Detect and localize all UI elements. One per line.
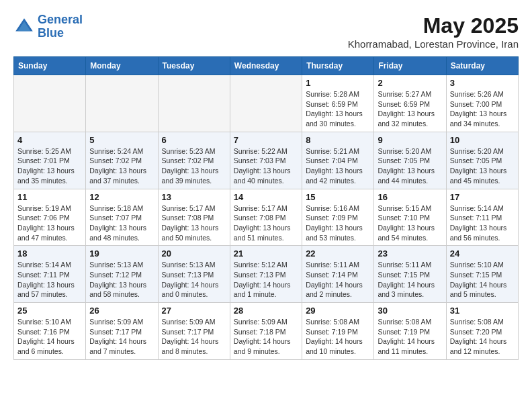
- calendar-day-cell: 30Sunrise: 5:08 AM Sunset: 7:19 PM Dayli…: [374, 303, 446, 360]
- day-info: Sunrise: 5:28 AM Sunset: 6:59 PM Dayligh…: [306, 89, 370, 129]
- day-info: Sunrise: 5:18 AM Sunset: 7:07 PM Dayligh…: [89, 203, 154, 243]
- day-number: 11: [17, 192, 82, 202]
- day-info: Sunrise: 5:22 AM Sunset: 7:03 PM Dayligh…: [234, 146, 298, 186]
- calendar-day-cell: 10Sunrise: 5:20 AM Sunset: 7:05 PM Dayli…: [446, 132, 518, 189]
- calendar-day-cell: 4Sunrise: 5:25 AM Sunset: 7:01 PM Daylig…: [14, 132, 86, 189]
- calendar-week-2: 4Sunrise: 5:25 AM Sunset: 7:01 PM Daylig…: [14, 132, 519, 189]
- logo-line1: General: [38, 13, 83, 26]
- day-number: 7: [234, 135, 298, 145]
- day-number: 26: [89, 306, 154, 316]
- day-info: Sunrise: 5:13 AM Sunset: 7:13 PM Dayligh…: [162, 260, 226, 300]
- day-info: Sunrise: 5:10 AM Sunset: 7:15 PM Dayligh…: [450, 260, 515, 300]
- day-number: 10: [450, 135, 515, 145]
- calendar-day-cell: 7Sunrise: 5:22 AM Sunset: 7:03 PM Daylig…: [230, 132, 302, 189]
- day-number: 21: [234, 248, 298, 259]
- day-info: Sunrise: 5:11 AM Sunset: 7:14 PM Dayligh…: [306, 260, 370, 300]
- calendar-day-cell: 16Sunrise: 5:15 AM Sunset: 7:10 PM Dayli…: [374, 189, 446, 246]
- weekday-header-row: SundayMondayTuesdayWednesdayThursdayFrid…: [14, 57, 519, 75]
- day-number: 4: [17, 135, 82, 145]
- day-number: 22: [306, 248, 370, 259]
- calendar-day-cell: 9Sunrise: 5:20 AM Sunset: 7:05 PM Daylig…: [374, 132, 446, 189]
- calendar-day-cell: 5Sunrise: 5:24 AM Sunset: 7:02 PM Daylig…: [86, 132, 158, 189]
- day-info: Sunrise: 5:19 AM Sunset: 7:06 PM Dayligh…: [17, 203, 82, 243]
- calendar-day-cell: 21Sunrise: 5:12 AM Sunset: 7:13 PM Dayli…: [230, 246, 302, 303]
- day-info: Sunrise: 5:25 AM Sunset: 7:01 PM Dayligh…: [17, 146, 82, 186]
- day-number: 17: [450, 192, 515, 202]
- calendar-day-cell: 14Sunrise: 5:17 AM Sunset: 7:08 PM Dayli…: [230, 189, 302, 246]
- day-info: Sunrise: 5:14 AM Sunset: 7:11 PM Dayligh…: [17, 260, 82, 300]
- day-info: Sunrise: 5:24 AM Sunset: 7:02 PM Dayligh…: [89, 146, 154, 186]
- calendar-day-cell: 12Sunrise: 5:18 AM Sunset: 7:07 PM Dayli…: [86, 189, 158, 246]
- day-info: Sunrise: 5:23 AM Sunset: 7:02 PM Dayligh…: [162, 146, 226, 186]
- calendar-day-cell: 22Sunrise: 5:11 AM Sunset: 7:14 PM Dayli…: [302, 246, 374, 303]
- day-number: 24: [450, 248, 515, 259]
- month-title: May 2025: [348, 13, 519, 38]
- logo-line2: Blue: [38, 26, 64, 40]
- day-number: 27: [162, 306, 226, 316]
- day-number: 9: [378, 135, 442, 145]
- day-number: 19: [89, 248, 154, 259]
- calendar-day-cell: [230, 75, 302, 132]
- calendar-day-cell: 1Sunrise: 5:28 AM Sunset: 6:59 PM Daylig…: [302, 75, 374, 132]
- calendar-day-cell: 20Sunrise: 5:13 AM Sunset: 7:13 PM Dayli…: [158, 246, 230, 303]
- day-number: 14: [234, 192, 298, 202]
- calendar-day-cell: 11Sunrise: 5:19 AM Sunset: 7:06 PM Dayli…: [14, 189, 86, 246]
- day-number: 31: [450, 306, 515, 316]
- logo: General Blue: [13, 13, 83, 40]
- calendar-day-cell: 8Sunrise: 5:21 AM Sunset: 7:04 PM Daylig…: [302, 132, 374, 189]
- day-info: Sunrise: 5:17 AM Sunset: 7:08 PM Dayligh…: [234, 203, 298, 243]
- day-info: Sunrise: 5:10 AM Sunset: 7:16 PM Dayligh…: [17, 317, 82, 357]
- calendar-day-cell: 26Sunrise: 5:09 AM Sunset: 7:17 PM Dayli…: [86, 303, 158, 360]
- day-number: 28: [234, 306, 298, 316]
- calendar-day-cell: 2Sunrise: 5:27 AM Sunset: 6:59 PM Daylig…: [374, 75, 446, 132]
- page-header: General Blue May 2025 Khorramabad, Lores…: [13, 13, 519, 50]
- calendar-week-4: 18Sunrise: 5:14 AM Sunset: 7:11 PM Dayli…: [14, 246, 519, 303]
- calendar-day-cell: [86, 75, 158, 132]
- weekday-saturday: Saturday: [446, 57, 518, 75]
- day-number: 25: [17, 306, 82, 316]
- calendar-day-cell: 18Sunrise: 5:14 AM Sunset: 7:11 PM Dayli…: [14, 246, 86, 303]
- day-info: Sunrise: 5:08 AM Sunset: 7:20 PM Dayligh…: [450, 317, 515, 357]
- calendar-day-cell: 31Sunrise: 5:08 AM Sunset: 7:20 PM Dayli…: [446, 303, 518, 360]
- calendar-week-3: 11Sunrise: 5:19 AM Sunset: 7:06 PM Dayli…: [14, 189, 519, 246]
- calendar-day-cell: 6Sunrise: 5:23 AM Sunset: 7:02 PM Daylig…: [158, 132, 230, 189]
- calendar-day-cell: 24Sunrise: 5:10 AM Sunset: 7:15 PM Dayli…: [446, 246, 518, 303]
- calendar-table: SundayMondayTuesdayWednesdayThursdayFrid…: [13, 56, 519, 360]
- day-info: Sunrise: 5:16 AM Sunset: 7:09 PM Dayligh…: [306, 203, 370, 243]
- day-info: Sunrise: 5:27 AM Sunset: 6:59 PM Dayligh…: [378, 89, 442, 129]
- day-info: Sunrise: 5:17 AM Sunset: 7:08 PM Dayligh…: [162, 203, 226, 243]
- title-area: May 2025 Khorramabad, Lorestan Province,…: [348, 13, 519, 50]
- weekday-thursday: Thursday: [302, 57, 374, 75]
- calendar-week-1: 1Sunrise: 5:28 AM Sunset: 6:59 PM Daylig…: [14, 75, 519, 132]
- day-number: 18: [17, 248, 82, 259]
- logo-text: General Blue: [38, 13, 83, 40]
- day-number: 12: [89, 192, 154, 202]
- day-info: Sunrise: 5:08 AM Sunset: 7:19 PM Dayligh…: [306, 317, 370, 357]
- day-info: Sunrise: 5:09 AM Sunset: 7:17 PM Dayligh…: [162, 317, 226, 357]
- day-number: 15: [306, 192, 370, 202]
- weekday-friday: Friday: [374, 57, 446, 75]
- calendar-day-cell: 15Sunrise: 5:16 AM Sunset: 7:09 PM Dayli…: [302, 189, 374, 246]
- day-info: Sunrise: 5:09 AM Sunset: 7:17 PM Dayligh…: [89, 317, 154, 357]
- calendar-day-cell: 19Sunrise: 5:13 AM Sunset: 7:12 PM Dayli…: [86, 246, 158, 303]
- day-number: 16: [378, 192, 442, 202]
- calendar-week-5: 25Sunrise: 5:10 AM Sunset: 7:16 PM Dayli…: [14, 303, 519, 360]
- day-info: Sunrise: 5:20 AM Sunset: 7:05 PM Dayligh…: [450, 146, 515, 186]
- day-info: Sunrise: 5:11 AM Sunset: 7:15 PM Dayligh…: [378, 260, 442, 300]
- day-number: 5: [89, 135, 154, 145]
- day-number: 2: [378, 78, 442, 88]
- calendar-day-cell: [14, 75, 86, 132]
- weekday-wednesday: Wednesday: [230, 57, 302, 75]
- calendar-day-cell: 27Sunrise: 5:09 AM Sunset: 7:17 PM Dayli…: [158, 303, 230, 360]
- day-info: Sunrise: 5:13 AM Sunset: 7:12 PM Dayligh…: [89, 260, 154, 300]
- day-number: 8: [306, 135, 370, 145]
- day-number: 3: [450, 78, 515, 88]
- day-number: 13: [162, 192, 226, 202]
- calendar-day-cell: 23Sunrise: 5:11 AM Sunset: 7:15 PM Dayli…: [374, 246, 446, 303]
- day-number: 1: [306, 78, 370, 88]
- calendar-day-cell: 17Sunrise: 5:14 AM Sunset: 7:11 PM Dayli…: [446, 189, 518, 246]
- calendar-day-cell: 29Sunrise: 5:08 AM Sunset: 7:19 PM Dayli…: [302, 303, 374, 360]
- location-title: Khorramabad, Lorestan Province, Iran: [348, 38, 519, 50]
- day-info: Sunrise: 5:12 AM Sunset: 7:13 PM Dayligh…: [234, 260, 298, 300]
- day-info: Sunrise: 5:21 AM Sunset: 7:04 PM Dayligh…: [306, 146, 370, 186]
